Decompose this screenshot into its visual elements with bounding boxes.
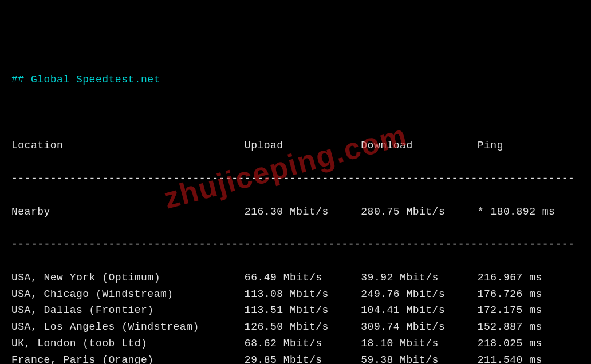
separator: ----------------------------------------…: [11, 236, 580, 253]
separator: ----------------------------------------…: [11, 171, 580, 187]
table-row: USA, Chicago (Windstream) 113.08 Mbit/s …: [11, 286, 580, 303]
table-row: USA, Los Angeles (Windstream) 126.50 Mbi…: [11, 319, 580, 335]
table-row: UK, London (toob Ltd) 68.62 Mbit/s 18.10…: [11, 335, 580, 352]
title: ## Global Speedtest.net: [11, 72, 580, 88]
nearby-row: Nearby 216.30 Mbit/s 280.75 Mbit/s * 180…: [11, 204, 580, 220]
header-row: Location Upload Download Ping: [11, 137, 580, 154]
table-row: USA, New York (Optimum) 66.49 Mbit/s 39.…: [11, 270, 580, 286]
blank-line: [11, 105, 580, 121]
table-row: USA, Dallas (Frontier) 113.51 Mbit/s 104…: [11, 302, 580, 319]
table-row: France, Paris (Orange) 29.85 Mbit/s 59.3…: [11, 352, 580, 364]
